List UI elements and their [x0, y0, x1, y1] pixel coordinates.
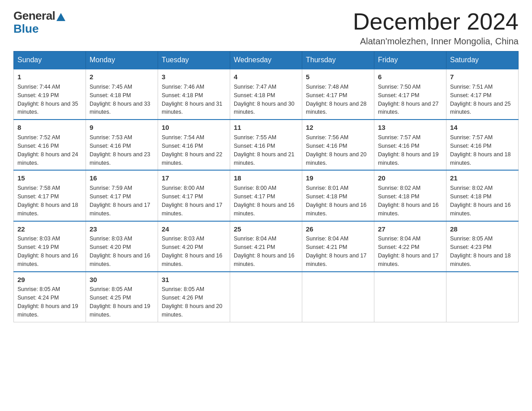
- day-info: Sunrise: 8:04 AMSunset: 4:21 PMDaylight:…: [234, 235, 295, 267]
- table-row: 4 Sunrise: 7:47 AMSunset: 4:18 PMDayligh…: [230, 69, 302, 120]
- day-number: 14: [450, 123, 515, 133]
- day-info: Sunrise: 8:03 AMSunset: 4:20 PMDaylight:…: [90, 235, 150, 267]
- table-row: 20 Sunrise: 8:02 AMSunset: 4:18 PMDaylig…: [374, 170, 446, 221]
- day-info: Sunrise: 7:57 AMSunset: 4:16 PMDaylight:…: [378, 134, 439, 166]
- table-row: [446, 272, 519, 322]
- day-number: 7: [450, 72, 515, 82]
- table-row: 29 Sunrise: 8:05 AMSunset: 4:24 PMDaylig…: [14, 272, 86, 322]
- table-row: 12 Sunrise: 7:56 AMSunset: 4:16 PMDaylig…: [302, 120, 374, 170]
- day-info: Sunrise: 7:56 AMSunset: 4:16 PMDaylight:…: [306, 134, 367, 166]
- week-row-5: 29 Sunrise: 8:05 AMSunset: 4:24 PMDaylig…: [14, 272, 519, 322]
- day-number: 8: [17, 123, 82, 133]
- day-info: Sunrise: 7:53 AMSunset: 4:16 PMDaylight:…: [90, 134, 150, 166]
- day-number: 2: [90, 72, 154, 82]
- day-info: Sunrise: 7:52 AMSunset: 4:16 PMDaylight:…: [17, 134, 78, 166]
- day-number: 25: [234, 224, 298, 234]
- calendar-table: Sunday Monday Tuesday Wednesday Thursday…: [13, 51, 519, 322]
- table-row: 5 Sunrise: 7:48 AMSunset: 4:17 PMDayligh…: [302, 69, 374, 120]
- day-info: Sunrise: 7:54 AMSunset: 4:16 PMDaylight:…: [162, 134, 223, 166]
- day-number: 24: [162, 224, 226, 234]
- day-info: Sunrise: 7:59 AMSunset: 4:17 PMDaylight:…: [90, 185, 150, 217]
- day-number: 16: [90, 173, 154, 183]
- day-info: Sunrise: 8:01 AMSunset: 4:18 PMDaylight:…: [306, 185, 367, 217]
- table-row: 22 Sunrise: 8:03 AMSunset: 4:19 PMDaylig…: [14, 221, 86, 272]
- table-row: 3 Sunrise: 7:46 AMSunset: 4:18 PMDayligh…: [158, 69, 230, 120]
- day-number: 18: [234, 173, 298, 183]
- day-info: Sunrise: 7:46 AMSunset: 4:18 PMDaylight:…: [162, 84, 223, 116]
- table-row: [374, 272, 446, 322]
- day-info: Sunrise: 8:05 AMSunset: 4:26 PMDaylight:…: [162, 286, 223, 318]
- table-row: 30 Sunrise: 8:05 AMSunset: 4:25 PMDaylig…: [86, 272, 158, 322]
- day-info: Sunrise: 7:51 AMSunset: 4:17 PMDaylight:…: [450, 84, 511, 116]
- week-row-4: 22 Sunrise: 8:03 AMSunset: 4:19 PMDaylig…: [14, 221, 519, 272]
- table-row: 24 Sunrise: 8:03 AMSunset: 4:20 PMDaylig…: [158, 221, 230, 272]
- day-info: Sunrise: 7:50 AMSunset: 4:17 PMDaylight:…: [378, 84, 439, 116]
- day-info: Sunrise: 7:45 AMSunset: 4:18 PMDaylight:…: [90, 84, 150, 116]
- table-row: 11 Sunrise: 7:55 AMSunset: 4:16 PMDaylig…: [230, 120, 302, 170]
- logo: General Blue: [13, 9, 65, 36]
- day-number: 19: [306, 173, 370, 183]
- day-info: Sunrise: 8:02 AMSunset: 4:18 PMDaylight:…: [450, 185, 511, 217]
- table-row: 16 Sunrise: 7:59 AMSunset: 4:17 PMDaylig…: [86, 170, 158, 221]
- day-info: Sunrise: 7:44 AMSunset: 4:19 PMDaylight:…: [17, 84, 78, 116]
- day-info: Sunrise: 8:04 AMSunset: 4:21 PMDaylight:…: [306, 235, 367, 267]
- day-info: Sunrise: 7:47 AMSunset: 4:18 PMDaylight:…: [234, 84, 295, 116]
- day-info: Sunrise: 8:05 AMSunset: 4:24 PMDaylight:…: [17, 286, 78, 318]
- day-number: 3: [162, 72, 226, 82]
- header-sunday: Sunday: [14, 51, 86, 69]
- day-info: Sunrise: 8:03 AMSunset: 4:20 PMDaylight:…: [162, 235, 223, 267]
- day-number: 10: [162, 123, 226, 133]
- day-number: 30: [90, 275, 154, 285]
- day-info: Sunrise: 7:48 AMSunset: 4:17 PMDaylight:…: [306, 84, 367, 116]
- day-number: 20: [378, 173, 442, 183]
- day-number: 27: [378, 224, 442, 234]
- day-number: 11: [234, 123, 298, 133]
- header-monday: Monday: [86, 51, 158, 69]
- logo-triangle-icon: [56, 13, 65, 21]
- header-wednesday: Wednesday: [230, 51, 302, 69]
- table-row: 7 Sunrise: 7:51 AMSunset: 4:17 PMDayligh…: [446, 69, 519, 120]
- table-row: 10 Sunrise: 7:54 AMSunset: 4:16 PMDaylig…: [158, 120, 230, 170]
- day-number: 5: [306, 72, 370, 82]
- day-number: 23: [90, 224, 154, 234]
- day-info: Sunrise: 8:05 AMSunset: 4:25 PMDaylight:…: [90, 286, 150, 318]
- day-number: 17: [162, 173, 226, 183]
- day-number: 22: [17, 224, 82, 234]
- day-number: 28: [450, 224, 515, 234]
- table-row: 15 Sunrise: 7:58 AMSunset: 4:17 PMDaylig…: [14, 170, 86, 221]
- day-number: 29: [17, 275, 82, 285]
- logo-general-text: General: [13, 9, 55, 23]
- table-row: 2 Sunrise: 7:45 AMSunset: 4:18 PMDayligh…: [86, 69, 158, 120]
- header-tuesday: Tuesday: [158, 51, 230, 69]
- page-header: General Blue December 2024 Alatan'molezh…: [13, 9, 519, 47]
- table-row: 21 Sunrise: 8:02 AMSunset: 4:18 PMDaylig…: [446, 170, 519, 221]
- week-row-1: 1 Sunrise: 7:44 AMSunset: 4:19 PMDayligh…: [14, 69, 519, 120]
- header-thursday: Thursday: [302, 51, 374, 69]
- day-number: 4: [234, 72, 298, 82]
- day-number: 1: [17, 72, 82, 82]
- weekday-header-row: Sunday Monday Tuesday Wednesday Thursday…: [14, 51, 519, 69]
- week-row-2: 8 Sunrise: 7:52 AMSunset: 4:16 PMDayligh…: [14, 120, 519, 170]
- table-row: 14 Sunrise: 7:57 AMSunset: 4:16 PMDaylig…: [446, 120, 519, 170]
- table-row: 27 Sunrise: 8:04 AMSunset: 4:22 PMDaylig…: [374, 221, 446, 272]
- day-info: Sunrise: 8:05 AMSunset: 4:23 PMDaylight:…: [450, 235, 511, 267]
- day-number: 6: [378, 72, 442, 82]
- day-info: Sunrise: 7:58 AMSunset: 4:17 PMDaylight:…: [17, 185, 78, 217]
- table-row: 31 Sunrise: 8:05 AMSunset: 4:26 PMDaylig…: [158, 272, 230, 322]
- day-info: Sunrise: 8:00 AMSunset: 4:17 PMDaylight:…: [162, 185, 223, 217]
- location-title: Alatan'molezhen, Inner Mongolia, China: [353, 36, 519, 47]
- day-number: 15: [17, 173, 82, 183]
- table-row: 6 Sunrise: 7:50 AMSunset: 4:17 PMDayligh…: [374, 69, 446, 120]
- table-row: 19 Sunrise: 8:01 AMSunset: 4:18 PMDaylig…: [302, 170, 374, 221]
- logo-blue-text: Blue: [13, 22, 39, 36]
- table-row: [230, 272, 302, 322]
- table-row: 9 Sunrise: 7:53 AMSunset: 4:16 PMDayligh…: [86, 120, 158, 170]
- day-number: 21: [450, 173, 515, 183]
- table-row: 25 Sunrise: 8:04 AMSunset: 4:21 PMDaylig…: [230, 221, 302, 272]
- header-saturday: Saturday: [446, 51, 519, 69]
- day-info: Sunrise: 8:03 AMSunset: 4:19 PMDaylight:…: [17, 235, 78, 267]
- header-friday: Friday: [374, 51, 446, 69]
- day-number: 12: [306, 123, 370, 133]
- table-row: 23 Sunrise: 8:03 AMSunset: 4:20 PMDaylig…: [86, 221, 158, 272]
- week-row-3: 15 Sunrise: 7:58 AMSunset: 4:17 PMDaylig…: [14, 170, 519, 221]
